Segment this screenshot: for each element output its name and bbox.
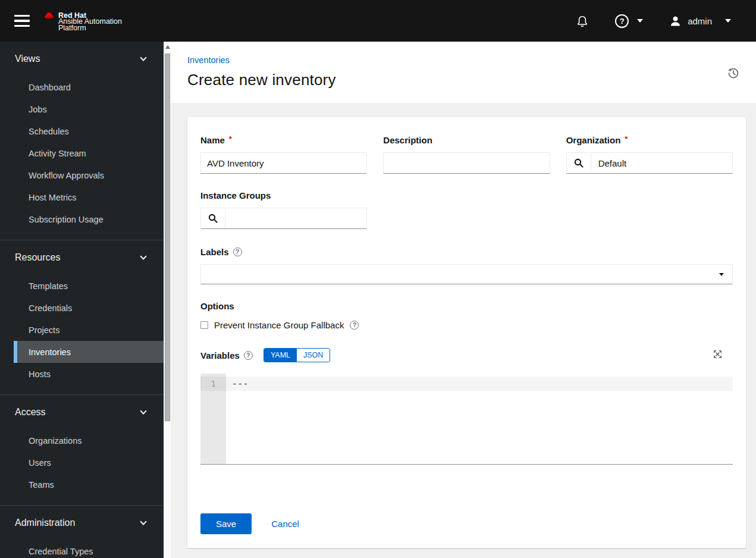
sidebar-section-views: Views Dashboard Jobs Schedules Activity … [0, 42, 164, 240]
cancel-button[interactable]: Cancel [271, 519, 299, 529]
sidebar-item-label: Credential Types [29, 547, 93, 556]
section-label: Access [15, 407, 46, 418]
scrollbar-thumb[interactable] [165, 54, 170, 421]
sidebar-section-header-resources[interactable]: Resources [0, 251, 164, 264]
options-section: Options Prevent Instance Group Fallback … [200, 301, 733, 330]
labels-field: Labels ? [200, 247, 733, 284]
username-label: admin [688, 16, 712, 26]
sidebar-item-label: Projects [29, 325, 59, 335]
name-input[interactable] [200, 152, 367, 174]
description-label: Description [383, 135, 432, 145]
scroll-up-arrow-icon[interactable] [165, 45, 170, 49]
section-label: Administration [15, 518, 75, 528]
nav-toggle-button[interactable] [14, 15, 30, 27]
sidebar-item-teams[interactable]: Teams [0, 474, 164, 496]
expand-arrows-icon [712, 349, 723, 360]
inventory-form-card: Name * Description Organization * [187, 117, 746, 548]
editor-gutter: 1 [200, 374, 226, 464]
section-label: Views [15, 54, 40, 64]
breadcrumb-inventories[interactable]: Inventories [187, 55, 230, 65]
brand-line-3: Platform [58, 25, 122, 32]
sidebar-item-subscription-usage[interactable]: Subscription Usage [0, 208, 164, 230]
sidebar-item-organizations[interactable]: Organizations [0, 430, 164, 452]
search-icon [574, 158, 584, 168]
variables-format-toggle: YAML JSON [263, 348, 330, 362]
variables-code-editor[interactable]: 1 --- [200, 374, 733, 465]
instance-groups-lookup-button[interactable] [201, 208, 225, 228]
help-icon[interactable]: ? [233, 247, 242, 256]
sidebar-section-header-administration[interactable]: Administration [0, 516, 164, 529]
page-body: Name * Description Organization * [171, 117, 756, 558]
sidebar-item-label: Credentials [29, 303, 72, 313]
chevron-down-icon [140, 253, 146, 259]
brand-logo[interactable]: Red Hat Ansible Automation Platform [44, 11, 122, 32]
description-input[interactable] [383, 152, 550, 174]
sidebar-item-hosts[interactable]: Hosts [0, 363, 164, 385]
required-asterisk: * [229, 134, 232, 143]
sidebar-scrollbar[interactable] [164, 42, 171, 558]
sidebar-item-label: Schedules [29, 127, 69, 136]
sidebar-item-templates[interactable]: Templates [0, 275, 164, 297]
sidebar-section-header-access[interactable]: Access [0, 406, 164, 419]
user-menu-button[interactable]: admin [669, 15, 731, 27]
form-actions: Save Cancel [200, 513, 733, 534]
sidebar-item-credential-types[interactable]: Credential Types [0, 540, 164, 558]
organization-field: Organization * [566, 135, 733, 174]
main-content: Inventories Create new inventory Name * [171, 42, 756, 558]
save-button[interactable]: Save [200, 513, 252, 534]
chevron-down-icon [637, 19, 643, 23]
sidebar-item-label: Jobs [29, 105, 47, 114]
sidebar-item-schedules[interactable]: Schedules [0, 120, 164, 142]
sidebar-item-inventories[interactable]: Inventories [0, 341, 164, 363]
notifications-button[interactable] [577, 15, 588, 27]
sidebar-item-dashboard[interactable]: Dashboard [0, 76, 164, 98]
options-label: Options [200, 301, 234, 311]
sidebar-item-workflow-approvals[interactable]: Workflow Approvals [0, 164, 164, 186]
help-menu-button[interactable]: ? [615, 14, 643, 28]
help-icon[interactable]: ? [350, 321, 359, 330]
instance-groups-field: Instance Groups [200, 190, 367, 229]
editor-content[interactable]: --- [226, 374, 733, 464]
sidebar-section-header-views[interactable]: Views [0, 52, 164, 65]
brand-text: Red Hat Ansible Automation Platform [58, 11, 122, 32]
organization-lookup-button[interactable] [567, 153, 591, 173]
user-icon [669, 15, 682, 27]
name-label: Name [200, 135, 225, 145]
sidebar-item-projects[interactable]: Projects [0, 319, 164, 341]
organization-input[interactable] [591, 153, 732, 173]
sidebar-item-users[interactable]: Users [0, 452, 164, 474]
variables-label: Variables [200, 350, 240, 360]
masthead-actions: ? admin [577, 14, 756, 28]
help-icon[interactable]: ? [244, 351, 253, 360]
labels-label: Labels [200, 247, 229, 257]
prevent-fallback-checkbox[interactable] [200, 321, 208, 329]
sidebar-section-resources: Resources Templates Credentials Projects… [0, 240, 164, 394]
sidebar-item-label: Users [29, 458, 51, 468]
sidebar-item-host-metrics[interactable]: Host Metrics [0, 186, 164, 208]
editor-expand-button[interactable] [712, 349, 723, 362]
sidebar-item-label: Templates [29, 281, 68, 291]
page-header: Inventories Create new inventory [171, 42, 756, 103]
sidebar-item-label: Workflow Approvals [29, 171, 104, 180]
name-field: Name * [200, 135, 367, 174]
sidebar-section-administration: Administration Credential Types [0, 505, 164, 558]
page-title: Create new inventory [187, 71, 756, 89]
sidebar-item-label: Activity Stream [29, 149, 86, 158]
hamburger-bar [14, 15, 30, 17]
sidebar-item-jobs[interactable]: Jobs [0, 98, 164, 120]
sidebar-item-credentials[interactable]: Credentials [0, 297, 164, 319]
chevron-down-icon [725, 19, 731, 23]
history-button[interactable] [727, 67, 740, 81]
json-toggle-button[interactable]: JSON [297, 349, 330, 362]
prevent-fallback-label: Prevent Instance Group Fallback [214, 320, 344, 330]
sidebar-item-activity-stream[interactable]: Activity Stream [0, 142, 164, 164]
yaml-toggle-button[interactable]: YAML [264, 349, 297, 362]
labels-select[interactable] [200, 264, 733, 284]
sidebar-item-label: Hosts [29, 369, 51, 379]
chevron-down-icon [140, 407, 146, 414]
search-icon [208, 214, 218, 223]
instance-groups-input[interactable] [225, 208, 366, 228]
sidebar-item-label: Teams [29, 480, 54, 490]
bell-icon [577, 15, 588, 27]
instance-groups-label: Instance Groups [200, 190, 271, 200]
